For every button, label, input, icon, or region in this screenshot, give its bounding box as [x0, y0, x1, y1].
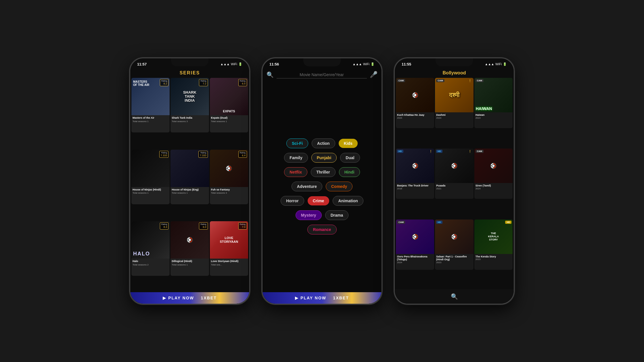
genre-comedy[interactable]: Comedy [326, 182, 352, 191]
series-header: SERIES [130, 69, 249, 78]
series-item-ninjas-hi[interactable]: Rating7.333 House of Ninjas (Hindi) Tota… [131, 150, 170, 204]
series-item-halo[interactable]: HALO Rating8.3 Halo Total seasons 2 [131, 221, 170, 276]
search-icon[interactable]: 🔍 [267, 71, 274, 78]
rating-badge-halo: Rating8.3 [160, 222, 168, 230]
search-nav-icon[interactable]: 🔍 [451, 293, 458, 300]
bw-info-ooru: Ooru Peru Bhairavakona (Telugu) 2024 [396, 254, 434, 265]
series-info-ninjas-hi: House of Ninjas (Hindi) Total seasons 1 [131, 187, 170, 195]
ad-text-1: ▶ PLAY NOW 1XBET [163, 296, 216, 300]
bw-item-salaar[interactable]: HD Salaar: Part 1 - Ceasefire (Hindi Org… [435, 219, 473, 270]
series-info-halo: Halo Total seasons 2 [131, 259, 170, 267]
genre-adventure[interactable]: Adventure [292, 182, 322, 191]
bw-thumb-dashmi: CAM दश्मी ! [435, 78, 473, 112]
exclaim-dashmi: ! [469, 78, 471, 83]
bw-item-kerala[interactable]: HD THEKERALASTORY The Kerala Story 2023 [474, 219, 513, 270]
ad-banner-1[interactable]: ▶ PLAY NOW 1XBET [130, 292, 249, 304]
series-name-expats: Expats (Dual) [211, 116, 247, 120]
quality-kerala: HD [505, 221, 511, 224]
ad-banner-2[interactable]: ▶ PLAY NOW 1XBET [262, 292, 382, 304]
bw-info-dashmi: Dashmi 2024 [435, 112, 473, 120]
wifi-icon-3: WiFi [495, 62, 502, 66]
genre-family[interactable]: Family [284, 153, 308, 163]
series-item-masters[interactable]: MASTERSOF THE AIR Rating8.2 Masters of t… [131, 78, 170, 132]
quality-dashmi: CAM [436, 79, 444, 82]
genre-netflix[interactable]: Netflix [284, 167, 307, 177]
bw-item-puaada[interactable]: HD ! Puaada 2021 [435, 149, 473, 199]
series-thumb-ninjas-hi: Rating7.333 [131, 150, 170, 187]
genre-mystery[interactable]: Mystery [296, 210, 322, 220]
pokeball-puaada [451, 163, 457, 169]
pokeball-ooru [412, 234, 418, 240]
genre-drama[interactable]: Drama [325, 210, 349, 220]
series-seasons-halo: Total seasons 2 [133, 263, 168, 266]
mic-icon[interactable]: 🎤 [370, 71, 377, 78]
series-thumb-masters: MASTERSOF THE AIR Rating8.2 [131, 78, 170, 115]
series-item-love[interactable]: LOVESTORIYAAN Rating7.0 Love Storiyaan (… [210, 221, 248, 276]
bw-item-ooru[interactable]: CAM Ooru Peru Bhairavakona (Telugu) 2024 [396, 219, 434, 270]
quality-salaar: HD [436, 221, 442, 224]
quality-puaada: HD [436, 150, 442, 153]
bw-thumb-banjara: HD ! [396, 149, 434, 183]
bw-item-banjara[interactable]: HD ! Banjara: The Truck Driver 2018 [396, 149, 434, 199]
series-name-ninjas-hi: House of Ninjas (Hindi) [133, 188, 168, 191]
bw-item-dashmi[interactable]: CAM दश्मी ! Dashmi 2024 [435, 78, 473, 128]
quality-kuch: CAM [397, 79, 405, 82]
bw-thumb-salaar: HD [435, 219, 473, 254]
genre-animation[interactable]: Animation [333, 196, 363, 206]
rating-badge-love: Rating7.0 [238, 222, 247, 230]
quality-siren: CAM [476, 150, 484, 153]
genre-action[interactable]: Action [312, 138, 335, 148]
pokeball-siren [490, 163, 497, 169]
genre-hindi[interactable]: Hindi [339, 167, 360, 177]
bw-year-kuch: 2024 [397, 117, 433, 119]
bw-item-siren[interactable]: CAM Siren (Tamil) 2024 [474, 149, 513, 199]
rating-badge-masters: Rating8.2 [160, 79, 168, 86]
genre-punjabi[interactable]: Punjabi [311, 153, 337, 163]
genre-row-4: Adventure Comedy [292, 182, 352, 191]
bw-item-haiwan[interactable]: CAM HAIWAN Haiwan 2024 [474, 78, 513, 128]
bw-info-haiwan: Haiwan 2024 [474, 112, 513, 120]
genre-row-1: Sci-Fi Action Kids [286, 138, 358, 148]
series-name-dillogical: Dillogical (Hindi) [172, 260, 208, 263]
ad-text-2: ▶ PLAY NOW 1XBET [295, 296, 349, 300]
screen-bollywood: 11:55 ▲▲▲ WiFi 🔋 Bollywood CAM [395, 58, 514, 304]
bw-year-dashmi: 2024 [436, 117, 472, 119]
bw-name-kerala: The Kerala Story [476, 255, 511, 258]
bw-name-haiwan: Haiwan [476, 113, 511, 117]
series-item-expats[interactable]: EXPATS Rating6.5 Expats (Dual) Total sea… [210, 78, 248, 132]
bw-year-siren: 2024 [476, 187, 511, 190]
genre-crime[interactable]: Crime [308, 196, 329, 205]
genre-horror[interactable]: Horror [281, 196, 304, 206]
series-item-dillogical[interactable]: Rating6.0 Dillogical (Hindi) Total seaso… [170, 221, 209, 276]
bw-year-kerala: 2023 [476, 258, 511, 261]
genre-scifi[interactable]: Sci-Fi [286, 138, 308, 148]
genre-romance[interactable]: Romance [307, 225, 336, 234]
screen-series: 11:57 ▲▲▲ WiFi 🔋 SERIES MASTERSOF THE AI… [130, 58, 249, 304]
bw-year-salaar: 2023 [436, 261, 472, 264]
phone-series: 11:57 ▲▲▲ WiFi 🔋 SERIES MASTERSOF THE AI… [129, 57, 250, 305]
search-input[interactable] [277, 71, 367, 78]
dashmi-text: दश्मी [449, 91, 459, 99]
bw-thumb-puaada: HD ! [435, 149, 473, 183]
pokeball-banjara [412, 163, 418, 169]
series-info-expats: Expats (Dual) Total seasons 1 [210, 115, 248, 123]
series-item-fuh[interactable]: Rating6.4 Fuh se Fantasy Total seasons 3 [210, 150, 248, 204]
genre-thriller[interactable]: Thriller [311, 167, 335, 177]
kerala-text: THEKERALASTORY [488, 232, 499, 241]
series-info-masters: Masters of the Air Total seasons 1 [131, 115, 170, 123]
signal-icon-3: ▲▲▲ [485, 62, 494, 66]
bw-name-kuch: Kuch Khattaa Ho Jaay [397, 113, 433, 117]
status-bar-2: 11:56 ▲▲▲ WiFi 🔋 [262, 58, 382, 69]
bw-item-kuch[interactable]: CAM Kuch Khattaa Ho Jaay 2024 [396, 78, 434, 128]
rating-badge-ninjas-en: Rating7.333 [198, 151, 208, 158]
series-seasons-ninjas-hi: Total seasons 1 [133, 192, 168, 194]
series-item-shark[interactable]: SHARKTANKINDIA Rating7.2 Shark Tank Indi… [170, 78, 209, 132]
series-item-ninjas-en[interactable]: Rating7.333 House of Ninjas (Eng) Total … [170, 150, 209, 204]
genre-kids[interactable]: Kids [339, 139, 358, 148]
rating-badge-shark: Rating7.2 [199, 79, 208, 86]
bw-name-puaada: Puaada [436, 184, 472, 187]
series-seasons-ninjas-en: Total seasons 1 [172, 192, 208, 194]
genre-dual[interactable]: Dual [340, 153, 360, 163]
bw-year-haiwan: 2024 [476, 117, 511, 119]
series-seasons-love: Total sea... [211, 263, 247, 266]
